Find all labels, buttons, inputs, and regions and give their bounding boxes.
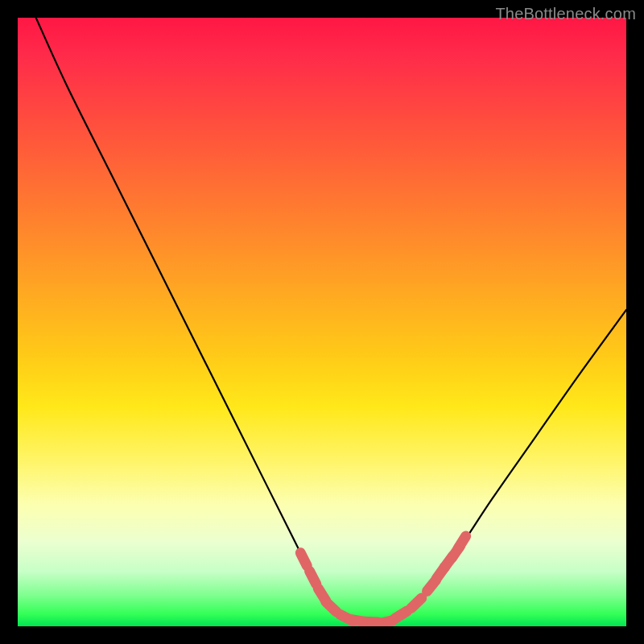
- chart-marker: [458, 536, 466, 548]
- chart-plot-area: [18, 18, 626, 626]
- chart-marker: [326, 602, 336, 612]
- chart-marker: [300, 553, 307, 566]
- watermark-text: TheBottleneck.com: [495, 5, 636, 23]
- chart-curve: [36, 18, 626, 623]
- chart-marker: [411, 598, 422, 608]
- chart-marker: [395, 611, 407, 618]
- chart-overlay-svg: [18, 18, 626, 626]
- chart-marker: [310, 572, 316, 584]
- chart-markers: [300, 536, 465, 624]
